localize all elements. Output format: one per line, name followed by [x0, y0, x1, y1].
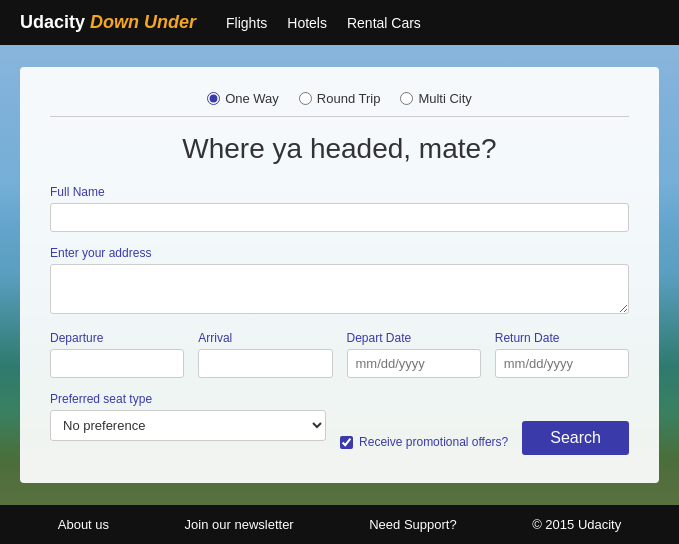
- promo-group: Receive promotional offers?: [340, 435, 508, 455]
- full-name-input[interactable]: [50, 203, 629, 232]
- logo-italic: Down Under: [90, 12, 196, 32]
- promo-label: Receive promotional offers?: [359, 435, 508, 449]
- nav-flights[interactable]: Flights: [226, 15, 267, 31]
- address-group: Enter your address: [50, 246, 629, 317]
- trip-type-one-way[interactable]: One Way: [207, 91, 279, 106]
- seat-type-group: Preferred seat type No preference Window…: [50, 392, 326, 441]
- footer-newsletter[interactable]: Join our newsletter: [185, 517, 294, 532]
- nav-hotels[interactable]: Hotels: [287, 15, 327, 31]
- form-heading: Where ya headed, mate?: [50, 133, 629, 165]
- main-nav: Flights Hotels Rental Cars: [226, 15, 421, 31]
- seat-type-label: Preferred seat type: [50, 392, 326, 406]
- depart-date-input[interactable]: [347, 349, 481, 378]
- radio-one-way[interactable]: [207, 92, 220, 105]
- arrival-group: Arrival: [198, 331, 332, 378]
- departure-input[interactable]: [50, 349, 184, 378]
- trip-type-round-trip[interactable]: Round Trip: [299, 91, 381, 106]
- bottom-row: Preferred seat type No preference Window…: [50, 392, 629, 455]
- full-name-label: Full Name: [50, 185, 629, 199]
- site-header: Udacity Down Under Flights Hotels Rental…: [0, 0, 679, 45]
- logo-main: Udacity: [20, 12, 90, 32]
- return-date-group: Return Date: [495, 331, 629, 378]
- travel-details-row: Departure Arrival Depart Date Return Dat…: [50, 331, 629, 378]
- trip-type-multi-city-label: Multi City: [418, 91, 471, 106]
- radio-multi-city[interactable]: [400, 92, 413, 105]
- seat-type-select[interactable]: No preference Window Aisle Middle: [50, 410, 326, 441]
- logo: Udacity Down Under: [20, 12, 196, 33]
- trip-type-multi-city[interactable]: Multi City: [400, 91, 471, 106]
- address-input[interactable]: [50, 264, 629, 314]
- promo-checkbox[interactable]: [340, 436, 353, 449]
- departure-group: Departure: [50, 331, 184, 378]
- return-date-label: Return Date: [495, 331, 629, 345]
- depart-date-group: Depart Date: [347, 331, 481, 378]
- depart-date-label: Depart Date: [347, 331, 481, 345]
- address-label: Enter your address: [50, 246, 629, 260]
- full-name-group: Full Name: [50, 185, 629, 232]
- departure-label: Departure: [50, 331, 184, 345]
- hero-section: One Way Round Trip Multi City Where ya h…: [0, 45, 679, 505]
- footer-copyright: © 2015 Udacity: [532, 517, 621, 532]
- return-date-input[interactable]: [495, 349, 629, 378]
- nav-rental-cars[interactable]: Rental Cars: [347, 15, 421, 31]
- footer-support[interactable]: Need Support?: [369, 517, 456, 532]
- booking-form-card: One Way Round Trip Multi City Where ya h…: [20, 67, 659, 483]
- arrival-input[interactable]: [198, 349, 332, 378]
- footer-about[interactable]: About us: [58, 517, 109, 532]
- radio-round-trip[interactable]: [299, 92, 312, 105]
- trip-type-selector: One Way Round Trip Multi City: [50, 91, 629, 117]
- trip-type-round-trip-label: Round Trip: [317, 91, 381, 106]
- site-footer: About us Join our newsletter Need Suppor…: [0, 505, 679, 544]
- search-button[interactable]: Search: [522, 421, 629, 455]
- arrival-label: Arrival: [198, 331, 332, 345]
- trip-type-one-way-label: One Way: [225, 91, 279, 106]
